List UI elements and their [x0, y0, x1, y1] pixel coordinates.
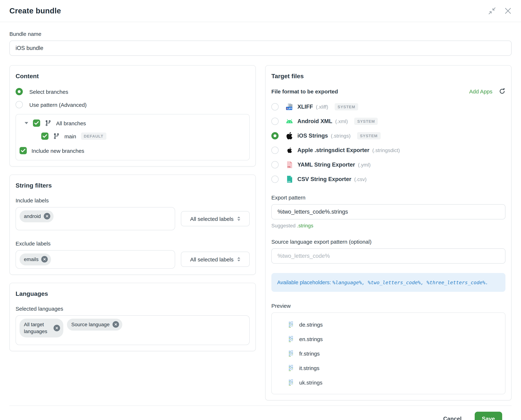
- add-apps-link[interactable]: Add Apps: [469, 88, 492, 94]
- page-title: Create bundle: [9, 7, 61, 15]
- include-labels-mode-dropdown[interactable]: All selected labels: [181, 211, 250, 226]
- svg-text:XLIFF: XLIFF: [286, 107, 292, 110]
- format-ext: (.csv): [354, 176, 367, 182]
- git-branch-icon: [45, 120, 51, 126]
- dropdown-value: All selected labels: [190, 256, 234, 262]
- format-row-ios-strings[interactable]: iOS Strings (.strings) SYSTEM: [271, 128, 506, 143]
- format-name: Android XML: [297, 118, 332, 125]
- radio-select-branches[interactable]: Select branches: [15, 88, 250, 95]
- selected-languages-input[interactable]: All target languages Source language: [15, 315, 250, 345]
- format-radio-selected[interactable]: [271, 132, 279, 139]
- format-radio[interactable]: [271, 147, 279, 154]
- string-filters-card: String filters Include labels android: [9, 174, 256, 275]
- tree-row-main: main DEFAULT: [20, 133, 244, 140]
- header-actions: [488, 7, 512, 15]
- format-row-stringsdict[interactable]: Apple .stringsdict Exporter (.stringsdic…: [271, 143, 506, 158]
- include-new-branches-label: Include new branches: [31, 148, 84, 154]
- placeholders-info-box: Available placeholders: %language%, %two…: [271, 273, 506, 292]
- placeholders-prefix: Available placeholders:: [277, 279, 331, 285]
- strings-file-icon: [288, 350, 295, 357]
- git-branch-icon: [53, 133, 60, 139]
- radio-unselected-icon[interactable]: [15, 101, 23, 108]
- placeholder-two-letters: %two_letters_code%,: [368, 279, 426, 285]
- xliff-file-icon: XLIFF: [286, 103, 293, 110]
- system-badge: SYSTEM: [354, 118, 378, 125]
- format-row-xliff[interactable]: XLIFF XLIFF (.xliff) SYSTEM: [271, 100, 506, 114]
- refresh-icon[interactable]: [499, 88, 506, 95]
- language-chip-source: Source language: [67, 319, 122, 330]
- svg-text:YML: YML: [287, 166, 291, 168]
- csv-file-icon: CSV: [286, 176, 293, 183]
- format-row-yaml[interactable]: YML YAML String Exporter (.yml): [271, 158, 506, 172]
- format-ext: (.stringsdict): [372, 147, 400, 153]
- target-files-card: Target files File format to be exported …: [265, 65, 512, 401]
- format-row-csv[interactable]: CSV CSV String Exporter (.csv): [271, 172, 506, 187]
- format-radio[interactable]: [271, 176, 279, 183]
- suggested-value[interactable]: .strings: [297, 223, 313, 228]
- remove-chip-icon[interactable]: [44, 213, 50, 220]
- format-row-android-xml[interactable]: Android XML (.xml) SYSTEM: [271, 114, 506, 128]
- strings-file-icon: [288, 321, 295, 328]
- preview-file-row: en.strings: [272, 332, 505, 346]
- main-branch-checkbox[interactable]: [41, 133, 49, 140]
- branch-tree: All branches main DEFAULT: [15, 114, 250, 160]
- modal-header: Create bundle: [0, 0, 521, 22]
- selected-languages-label: Selected languages: [15, 306, 250, 312]
- strings-file-icon: [288, 364, 295, 372]
- format-ext: (.xml): [335, 118, 348, 124]
- source-pattern-label: Source language export pattern (optional…: [271, 239, 506, 245]
- radio-selected-icon[interactable]: [15, 88, 23, 95]
- label-chip-emails: emails: [20, 254, 51, 265]
- preview-filename: uk.strings: [299, 379, 322, 386]
- remove-chip-icon[interactable]: [41, 256, 48, 263]
- caret-down-icon[interactable]: [25, 122, 28, 124]
- close-icon[interactable]: [504, 7, 512, 15]
- format-radio[interactable]: [271, 161, 279, 168]
- exclude-labels-label: Exclude labels: [15, 240, 250, 247]
- bundle-name-block: Bundle name: [9, 31, 512, 56]
- suggested-line: Suggested .strings: [271, 223, 506, 228]
- strings-file-icon: [288, 336, 295, 343]
- source-pattern-input[interactable]: [271, 248, 506, 263]
- radio-use-pattern[interactable]: Use pattern (Advanced): [15, 101, 250, 108]
- svg-text:CSV: CSV: [287, 181, 291, 182]
- bundle-name-input[interactable]: [9, 41, 512, 56]
- chip-text: All target languages: [24, 321, 51, 335]
- save-button[interactable]: Save: [475, 412, 502, 420]
- bundle-name-label: Bundle name: [9, 31, 512, 37]
- export-pattern-label: Export pattern: [271, 195, 506, 201]
- preview-filename: fr.strings: [299, 351, 320, 357]
- chip-text: emails: [24, 256, 38, 263]
- format-name: iOS Strings: [297, 133, 328, 139]
- all-branches-checkbox[interactable]: [33, 120, 40, 127]
- cancel-button[interactable]: Cancel: [441, 415, 464, 420]
- preview-filename: it.strings: [299, 365, 319, 371]
- include-new-branches-row[interactable]: Include new branches: [20, 147, 244, 154]
- file-format-label: File format to be exported: [271, 88, 338, 94]
- default-badge: DEFAULT: [81, 133, 106, 140]
- preview-label: Preview: [271, 303, 506, 309]
- exclude-labels-mode-dropdown[interactable]: All selected labels: [181, 252, 250, 267]
- sort-arrows-icon: [237, 257, 240, 262]
- format-radio[interactable]: [271, 118, 279, 125]
- modal-footer: Cancel Save: [9, 406, 512, 420]
- string-filters-title: String filters: [15, 182, 250, 189]
- content-card: Content Select branches Use pattern (Adv…: [9, 65, 256, 166]
- preview-filename: de.strings: [299, 322, 323, 328]
- exclude-labels-input[interactable]: emails: [15, 250, 175, 269]
- format-radio[interactable]: [271, 103, 279, 110]
- remove-chip-icon[interactable]: [53, 325, 60, 331]
- sort-arrows-icon: [237, 217, 240, 221]
- format-name: XLIFF: [297, 104, 313, 110]
- preview-file-row: uk.strings: [272, 375, 505, 390]
- label-chip-android: android: [20, 210, 53, 222]
- language-chip-all-target: All target languages: [20, 319, 63, 338]
- android-icon: [286, 118, 293, 125]
- include-labels-input[interactable]: android: [15, 207, 175, 230]
- radio-label: Select branches: [29, 89, 68, 95]
- collapse-icon[interactable]: [488, 7, 496, 15]
- include-new-branches-checkbox[interactable]: [20, 147, 27, 154]
- remove-chip-icon[interactable]: [112, 321, 119, 328]
- export-pattern-input[interactable]: [271, 204, 506, 219]
- placeholder-language: %language%,: [332, 279, 368, 285]
